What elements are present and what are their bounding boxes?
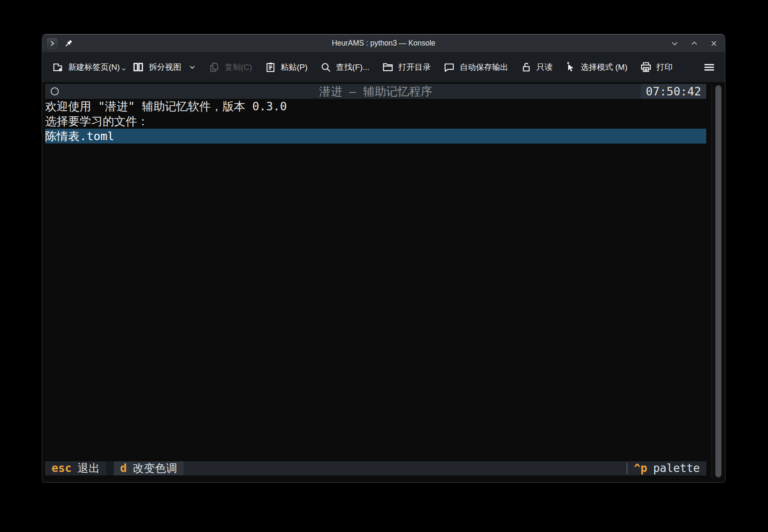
split-view-label: 拆分视图 [149, 62, 181, 73]
toolbar: 新建标签页(N) 拆分视图 复制 [42, 52, 725, 82]
binding-key: d [120, 461, 127, 475]
chevron-down-icon [189, 63, 196, 71]
read-only-button[interactable]: 只读 [521, 61, 552, 73]
select-mode-label: 选择模式 (M) [581, 62, 627, 73]
printer-icon [640, 61, 652, 73]
split-view-button[interactable]: 拆分视图 [132, 61, 196, 73]
file-list-item-selected[interactable]: 陈情表.toml [45, 129, 706, 144]
footer-binding-esc[interactable]: esc 退出 [45, 461, 106, 475]
tui-header: 潜进 – 辅助记忆程序 07:50:42 [45, 84, 706, 99]
konsole-app-icon[interactable] [46, 37, 58, 49]
split-view-dropdown-caret[interactable] [189, 63, 196, 71]
autosave-output-label: 自动保存输出 [460, 62, 508, 73]
prompt-line: 选择要学习的文件： [45, 114, 706, 129]
paste-icon [265, 61, 276, 73]
paste-button[interactable]: 粘贴(P) [265, 61, 308, 73]
split-view-icon [132, 61, 144, 73]
print-button[interactable]: 打印 [640, 61, 673, 73]
binding-label: 改变色调 [133, 461, 177, 475]
find-button[interactable]: 查找(F)... [320, 61, 369, 73]
copy-button: 复制(C) [208, 61, 252, 73]
copy-label: 复制(C) [224, 62, 252, 73]
autosave-output-button[interactable]: 自动保存输出 [443, 61, 508, 73]
terminal-prompt-icon [49, 40, 55, 46]
footer-palette-button[interactable]: ^p palette [627, 461, 706, 475]
footer-binding-d[interactable]: d 改变色调 [114, 461, 184, 475]
tui-footer: esc 退出 d 改变色调 ^p palette [45, 461, 706, 475]
new-tab-dropdown-caret[interactable] [121, 65, 127, 74]
chevron-up-icon [690, 39, 699, 48]
menu-button[interactable] [703, 61, 716, 74]
scrollbar-track-edge [712, 85, 712, 478]
copy-icon [208, 61, 220, 73]
window-controls [670, 39, 718, 48]
new-tab-label: 新建标签页(N) [68, 62, 120, 73]
select-mode-button[interactable]: 选择模式 (M) [565, 61, 627, 73]
read-only-label: 只读 [536, 62, 552, 73]
titlebar[interactable]: HeurAMS : python3 — Konsole [42, 35, 725, 52]
find-label: 查找(F)... [336, 62, 369, 73]
paste-label: 粘贴(P) [281, 62, 308, 73]
new-tab-button[interactable]: 新建标签页(N) [52, 61, 120, 73]
binding-label: 退出 [78, 461, 100, 475]
new-tab-icon [52, 61, 64, 73]
terminal-view[interactable]: 潜进 – 辅助记忆程序 07:50:42 欢迎使用 "潜进" 辅助记忆软件，版本… [42, 82, 725, 482]
palette-key: ^p [634, 461, 647, 475]
binding-key: esc [52, 461, 72, 475]
unlocked-padlock-icon [521, 61, 532, 73]
close-button[interactable] [710, 39, 718, 48]
palette-label: palette [653, 461, 700, 475]
open-directory-label: 打开目录 [398, 62, 431, 73]
welcome-line: 欢迎使用 "潜进" 辅助记忆软件，版本 0.3.0 [45, 99, 706, 114]
tui-header-circle-icon[interactable] [51, 87, 59, 95]
scrollbar-thumb[interactable] [715, 85, 722, 477]
desktop-background: HeurAMS : python3 — Konsole [0, 0, 768, 532]
search-icon [320, 61, 332, 73]
minimize-button[interactable] [670, 39, 679, 48]
tui-clock: 07:50:42 [641, 84, 706, 99]
print-label: 打印 [656, 62, 673, 73]
folder-icon [382, 61, 394, 73]
hamburger-menu-icon [703, 61, 716, 74]
chevron-down-icon [670, 39, 679, 48]
maximize-button[interactable] [690, 39, 699, 48]
footer-gap [106, 461, 114, 475]
terminal-empty-area [45, 144, 706, 461]
footer-spacer [184, 461, 627, 475]
open-directory-button[interactable]: 打开目录 [382, 61, 431, 73]
close-icon [710, 39, 718, 48]
cursor-arrow-icon [565, 61, 576, 73]
pin-icon[interactable] [64, 39, 73, 48]
speech-bubble-icon [443, 61, 455, 73]
chevron-down-icon [121, 66, 127, 72]
konsole-window: HeurAMS : python3 — Konsole [42, 34, 725, 483]
window-title: HeurAMS : python3 — Konsole [42, 39, 725, 48]
tui-app-title: 潜进 – 辅助记忆程序 [45, 84, 706, 99]
